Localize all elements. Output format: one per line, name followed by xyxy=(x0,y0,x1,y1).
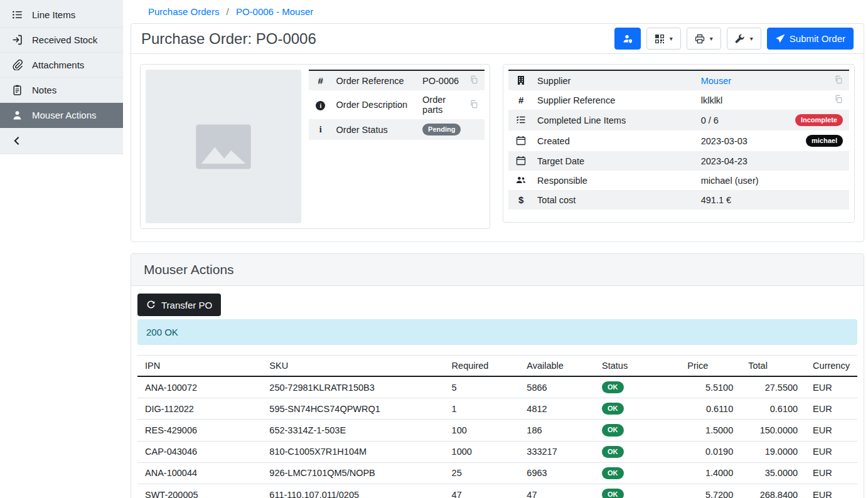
calendar-icon xyxy=(516,135,526,146)
breadcrumb-link-current-order[interactable]: PO-0006 - Mouser xyxy=(236,6,313,17)
detail-label: Order Reference xyxy=(333,70,419,90)
cell-total: 0.6100 xyxy=(741,398,805,420)
sidebar-item-label: Attachments xyxy=(32,60,84,70)
supplier-details-card: Supplier Mouser # Supplier Reference lkl… xyxy=(503,64,855,223)
table-header-row: IPN SKU Required Available Status Price … xyxy=(137,356,857,377)
barcode-menu-button[interactable]: ▾ xyxy=(646,28,681,50)
header-action-buttons: ▾ ▾ ▾ Submit Order xyxy=(614,28,854,50)
chevron-down-icon: ▾ xyxy=(750,35,753,42)
cell-sku: 595-SN74HCS74QPWRQ1 xyxy=(262,398,444,420)
paperclip-icon xyxy=(12,60,23,70)
chevron-left-icon xyxy=(12,135,23,146)
app-root: Line Items Received Stock Attachments No… xyxy=(0,0,868,498)
table-row: DIG-112022 595-SN74HCS74QPWRQ1 1 4812 OK… xyxy=(137,398,857,420)
cell-price: 0.0190 xyxy=(680,441,741,462)
clipboard-icon xyxy=(12,85,23,95)
copy-icon[interactable] xyxy=(834,75,843,86)
breadcrumb: Purchase Orders / PO-0006 - Mouser xyxy=(131,4,864,23)
detail-value: Order parts xyxy=(419,90,464,119)
col-header-ipn: IPN xyxy=(137,356,262,377)
sidebar-item-line-items[interactable]: Line Items xyxy=(0,3,123,28)
detail-value: 491.1 € xyxy=(697,190,778,209)
status-ok-badge: OK xyxy=(602,489,624,498)
sidebar-item-mouser-actions[interactable]: Mouser Actions xyxy=(0,103,123,128)
breadcrumb-link-purchase-orders[interactable]: Purchase Orders xyxy=(148,6,219,17)
status-alert: 200 OK xyxy=(137,319,857,345)
wrench-icon xyxy=(735,34,745,44)
transfer-po-label: Transfer PO xyxy=(161,300,212,310)
supplier-details-table: Supplier Mouser # Supplier Reference lkl… xyxy=(508,70,849,209)
status-alert-text: 200 OK xyxy=(146,327,178,337)
col-header-required: Required xyxy=(444,356,520,377)
cell-price: 0.6110 xyxy=(680,398,741,420)
sidebar-item-label: Received Stock xyxy=(32,34,97,45)
cell-required: 5 xyxy=(444,376,520,398)
mouser-parts-table: IPN SKU Required Available Status Price … xyxy=(137,355,857,498)
order-actions-menu-button[interactable]: ▾ xyxy=(727,28,761,50)
copy-icon[interactable] xyxy=(834,95,843,105)
print-menu-button[interactable]: ▾ xyxy=(687,28,721,50)
copy-icon[interactable] xyxy=(469,100,478,110)
chevron-down-icon: ▾ xyxy=(670,35,673,42)
detail-label: Order Description xyxy=(333,90,419,119)
main-content: Purchase Orders / PO-0006 - Mouser Purch… xyxy=(123,0,868,498)
list-icon xyxy=(12,9,23,20)
status-ok-badge: OK xyxy=(602,446,624,458)
detail-label: Order Status xyxy=(333,119,419,140)
user-roles-icon xyxy=(623,34,633,44)
mouser-actions-body: Transfer PO 200 OK IPN SKU Required xyxy=(131,286,864,498)
detail-value: lklklkl xyxy=(697,90,778,110)
mouser-actions-header: Mouser Actions xyxy=(131,254,864,286)
col-header-available: Available xyxy=(519,356,594,377)
order-status-badge: Pending xyxy=(422,124,461,135)
supplier-link[interactable]: Mouser xyxy=(701,76,731,86)
sidebar-item-received-stock[interactable]: Received Stock xyxy=(0,28,123,53)
cell-available: 333217 xyxy=(519,441,594,462)
detail-row-supplier: Supplier Mouser xyxy=(508,70,849,90)
info-circle-icon: i xyxy=(316,101,325,110)
detail-value: 2023-04-23 xyxy=(697,151,778,171)
cell-currency: EUR xyxy=(805,398,857,420)
copy-icon[interactable] xyxy=(469,75,478,86)
purchase-order-panel: Purchase Order: PO-0006 ▾ ▾ xyxy=(131,23,864,242)
detail-row-supplier-reference: # Supplier Reference lklklkl xyxy=(508,90,849,110)
sidebar-item-attachments[interactable]: Attachments xyxy=(0,53,123,78)
status-ok-badge: OK xyxy=(602,424,624,436)
table-row: CAP-043046 810-C1005X7R1H104M 1000 33321… xyxy=(137,441,857,462)
table-row: RES-429006 652-3314Z-1-503E 100 186 OK 1… xyxy=(137,420,857,441)
order-summary-card: # Order Reference PO-0006 i Order Descri… xyxy=(140,64,490,229)
sidebar-item-notes[interactable]: Notes xyxy=(0,78,123,103)
detail-label: Target Date xyxy=(533,151,697,171)
cell-required: 1000 xyxy=(444,441,520,462)
cell-sku: 810-C1005X7R1H104M xyxy=(262,441,444,462)
purchase-order-header: Purchase Order: PO-0006 ▾ ▾ xyxy=(131,24,864,54)
user-roles-button[interactable] xyxy=(614,28,641,50)
cell-ipn: RES-429006 xyxy=(137,420,262,441)
breadcrumb-separator: / xyxy=(227,6,229,17)
cell-currency: EUR xyxy=(805,376,857,398)
sidebar-collapse-button[interactable] xyxy=(0,128,123,154)
submit-order-button[interactable]: Submit Order xyxy=(767,28,854,50)
chevron-down-icon: ▾ xyxy=(710,35,713,42)
detail-row-order-status: i Order Status Pending xyxy=(309,119,485,140)
panel-title: Mouser Actions xyxy=(144,262,851,277)
detail-value: 0 / 6 xyxy=(697,110,778,130)
cell-price: 1.5000 xyxy=(680,420,741,441)
dollar-icon: $ xyxy=(518,194,523,205)
cell-available: 4812 xyxy=(519,398,594,420)
order-summary-table: # Order Reference PO-0006 i Order Descri… xyxy=(309,70,485,140)
cell-total: 19.0000 xyxy=(741,441,805,462)
cell-ipn: ANA-100072 xyxy=(137,376,262,398)
col-header-total: Total xyxy=(741,356,805,377)
detail-label: Total cost xyxy=(533,190,697,209)
table-row: SWT-200005 611-110.107.011/0205 47 47 OK… xyxy=(137,484,857,498)
order-details: # Order Reference PO-0006 i Order Descri… xyxy=(131,54,864,241)
col-header-sku: SKU xyxy=(262,356,444,377)
qrcode-icon xyxy=(655,34,665,44)
detail-label: Supplier Reference xyxy=(533,90,697,110)
col-header-currency: Currency xyxy=(805,356,857,377)
incomplete-badge: Incomplete xyxy=(795,114,843,126)
cell-available: 6963 xyxy=(519,462,594,484)
detail-label: Supplier xyxy=(533,70,697,90)
transfer-po-button[interactable]: Transfer PO xyxy=(137,294,221,316)
